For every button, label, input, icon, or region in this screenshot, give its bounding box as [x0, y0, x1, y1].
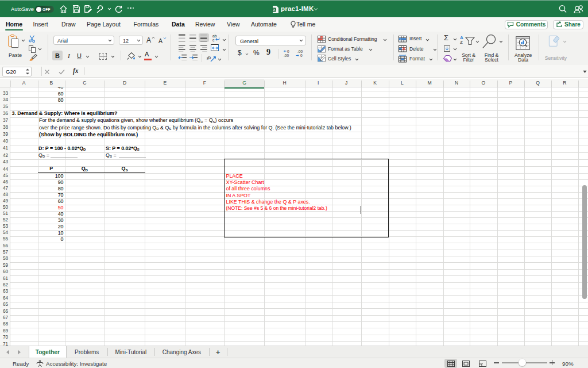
svg-text:.00: .00: [297, 49, 303, 53]
svg-text:0: 0: [300, 53, 303, 57]
svg-text:0: 0: [287, 49, 289, 53]
svg-text:.00: .00: [284, 53, 289, 57]
svg-text:ab: ab: [212, 34, 217, 38]
svg-text:ab: ab: [207, 55, 212, 61]
svg-text:c: c: [212, 38, 215, 42]
